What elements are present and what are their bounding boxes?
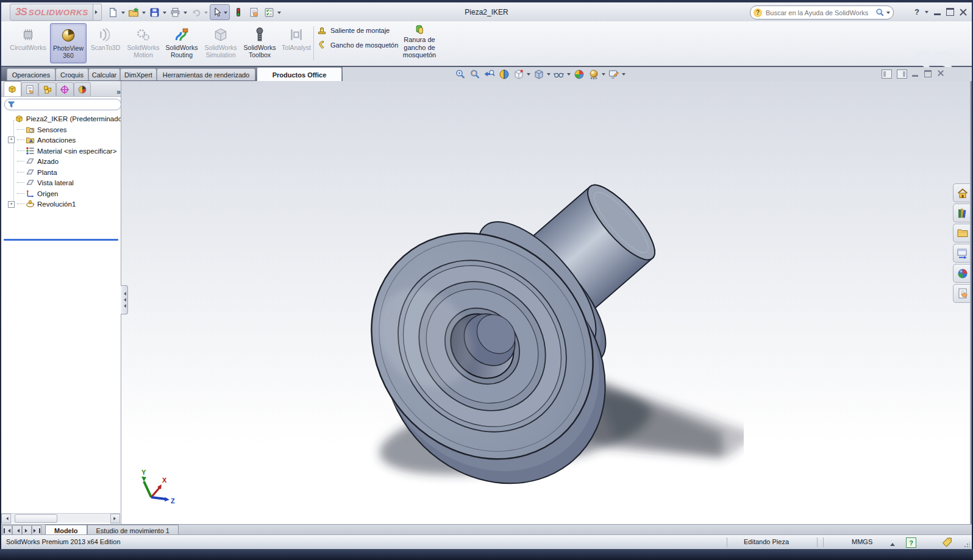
snap-hook-groove-button[interactable]: Ranura de gancho de mosquetón [390,24,449,59]
tab-croquis[interactable]: Croquis [55,68,88,80]
close-button[interactable] [960,9,967,16]
save-dropdown[interactable] [163,12,166,16]
expand-anotaciones[interactable]: + [8,136,15,143]
options-dropdown[interactable] [277,12,281,16]
tab-featuremanager[interactable] [4,81,21,96]
panel-tabs-overflow[interactable]: » [116,88,121,96]
mounting-boss-button[interactable]: Saliente de montaje [317,26,390,35]
ribbon-app-solidworks-simulation[interactable]: SolidWorks Simulation [201,23,240,63]
doc-close-button[interactable] [938,70,945,77]
open-dropdown[interactable] [142,12,146,16]
left-pane-toggle-icon[interactable] [882,69,892,79]
help-button[interactable]: ? [914,7,919,16]
display-style-icon[interactable] [532,68,545,80]
tree-item-material[interactable]: Material <sin especificar> [1,146,121,156]
resize-grip[interactable] [964,542,970,548]
edit-appearance-icon[interactable] [607,68,620,80]
help-search-box[interactable]: ? [750,5,894,19]
open-document-button[interactable] [127,5,140,19]
tree-item-alzado[interactable]: Alzado [1,156,121,166]
tab-view-palette[interactable] [953,244,972,263]
tree-filter-box[interactable] [4,99,121,110]
rollback-bar[interactable] [4,239,118,241]
scroll-right-button[interactable] [110,514,120,523]
rebuild-button[interactable] [232,5,245,19]
view-settings-dropdown[interactable] [602,73,605,77]
tab-calcular[interactable]: Calcular [88,68,120,80]
previous-view-icon[interactable] [483,68,496,80]
restore-button[interactable] [946,8,954,16]
tree-item-anotaciones[interactable]: + Anotaciones [1,135,121,145]
tree-item-sensores[interactable]: Sensores [1,124,121,135]
doc-restore-button[interactable] [924,70,932,77]
tree-item-origen[interactable]: Origen [1,188,121,199]
tree-item-revolucion1[interactable]: + Revolución1 [1,199,121,209]
menu-expand-button[interactable] [93,4,102,21]
snap-hook-button[interactable]: Gancho de mosquetón [317,40,398,50]
tree-item-planta[interactable]: Planta [1,167,121,177]
zoom-to-area-icon[interactable] [468,68,481,80]
tab-solidworks-resources[interactable] [953,183,972,202]
view-orientation-dropdown[interactable] [527,73,530,77]
ribbon-app-solidworks-motion[interactable]: SolidWorks Motion [124,23,162,63]
units-dropdown-icon[interactable] [890,541,895,546]
edition-label: SolidWorks Premium 2013 x64 Edition [6,538,121,545]
save-button[interactable] [148,5,161,19]
tab-appearances-scenes[interactable] [953,264,972,283]
view-orientation-icon[interactable] [512,68,525,80]
search-icon[interactable] [875,8,885,17]
expand-revolucion1[interactable]: + [8,201,15,208]
tree-item-vista-lateral[interactable]: Vista lateral [1,177,121,188]
search-input[interactable] [764,9,875,17]
tab-configurationmanager[interactable] [38,82,56,96]
ribbon-app-scanto3d[interactable]: ScanTo3D [88,23,123,63]
edit-appearance-dropdown[interactable] [622,73,626,77]
tab-file-explorer[interactable] [953,224,972,243]
new-dropdown[interactable] [121,12,125,16]
new-document-button[interactable] [106,5,119,19]
panel-collapse-handle[interactable] [121,285,128,314]
tree-item-root[interactable]: Pieza2_IKER (Predeterminado<< [1,113,121,124]
search-scope-dropdown[interactable] [886,12,890,16]
zoom-to-fit-icon[interactable] [454,68,466,80]
section-view-icon[interactable] [497,68,510,80]
hide-show-dropdown[interactable] [567,73,571,77]
quick-tips-icon[interactable]: ? [906,537,916,548]
ribbon-app-photoview-360[interactable]: PhotoView 360 [50,23,87,63]
scroll-thumb[interactable] [15,514,57,523]
tab-custom-properties[interactable] [953,284,972,303]
display-style-dropdown[interactable] [547,73,551,77]
doc-minimize-button[interactable] [912,75,918,77]
select-tool-button[interactable] [210,4,230,20]
apply-scene-icon[interactable] [572,68,585,80]
tab-herramientas-de-renderizado[interactable]: Herramientas de renderizado [157,68,255,80]
tab-design-library[interactable] [953,204,972,222]
scroll-left-button[interactable] [1,514,11,523]
tab-dimxpert[interactable]: DimXpert [120,68,157,80]
options-button[interactable] [262,5,276,19]
help-dropdown[interactable] [925,11,928,15]
print-dropdown[interactable] [184,12,187,16]
tab-operaciones[interactable]: Operaciones [7,68,55,80]
ribbon-app-circuitworks[interactable]: CircuitWorks [7,23,49,63]
undo-button[interactable] [189,5,202,19]
ribbon-app-tolanalyst[interactable]: TolAnalyst [279,23,313,63]
split-pane-toggle-icon[interactable] [897,69,907,79]
tab-productos-office[interactable]: Productos Office [257,67,342,82]
file-properties-button[interactable] [247,5,260,19]
minimize-button[interactable] [934,13,941,15]
ribbon-app-solidworks-toolbox[interactable]: SolidWorks Toolbox [241,23,278,63]
model-3d[interactable] [329,174,744,491]
units-selector[interactable]: MMGS [852,538,872,545]
tab-displaymanager[interactable] [74,82,91,96]
graphics-viewport[interactable]: Y X Z [1,81,970,524]
ribbon-app-solidworks-routing[interactable]: SolidWorks Routing [163,23,200,63]
panel-horizontal-scrollbar[interactable] [1,513,120,523]
tag-icon[interactable] [942,537,952,547]
hide-show-items-icon[interactable] [552,68,565,80]
tab-propertymanager[interactable] [21,82,39,96]
tab-dimxpertmanager[interactable] [56,82,74,96]
undo-dropdown[interactable] [204,12,208,16]
print-button[interactable] [168,5,182,19]
view-settings-icon[interactable] [587,68,600,80]
